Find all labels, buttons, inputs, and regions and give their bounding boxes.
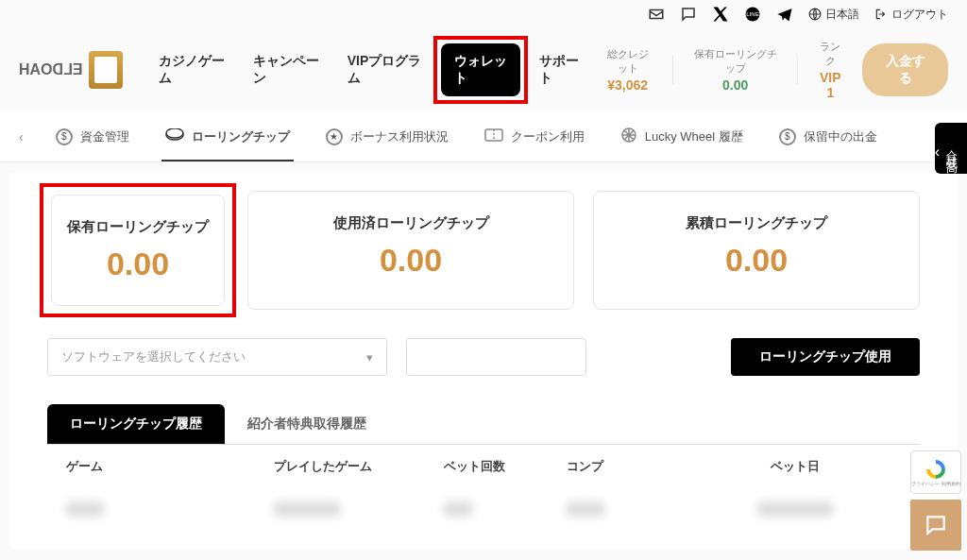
subnav-coupon-label: クーポン利用 <box>511 128 585 145</box>
svg-point-4 <box>166 128 183 138</box>
chip-icon <box>165 128 184 144</box>
recaptcha-badge: プライバシー·利用規約 <box>910 450 961 494</box>
telegram-icon[interactable] <box>776 6 793 23</box>
subnav-pending-label: 保留中の出金 <box>804 128 877 145</box>
coupon-icon <box>484 128 503 144</box>
line-icon[interactable]: LINE <box>744 6 761 23</box>
wheel-icon <box>620 127 637 146</box>
card-held-label: 保有ローリングチップ <box>67 218 209 236</box>
subnav-lucky-label: Lucky Wheel 履歴 <box>645 128 743 145</box>
subnav-bonus-label: ボーナス利用状況 <box>350 128 449 145</box>
logo[interactable]: ELDOAH <box>19 51 123 89</box>
th-played: プレイしたゲーム <box>274 458 444 475</box>
blurred-cell <box>444 501 472 517</box>
stat-rolling-value: 0.00 <box>692 77 778 93</box>
nav-campaign[interactable]: キャンペーン <box>240 43 334 96</box>
blurred-cell <box>567 501 604 517</box>
divider <box>797 56 798 84</box>
subnav-prev-icon[interactable]: ‹ <box>19 129 24 144</box>
stat-credit-label: 総クレジット <box>602 47 653 76</box>
logo-text: ELDOAH <box>19 61 83 78</box>
software-select[interactable]: ソフトウェアを選択してください ▾ <box>47 338 387 376</box>
pending-icon: $ <box>779 128 796 145</box>
card-held: 保有ローリングチップ 0.00 <box>51 195 225 306</box>
card-total-label: 累積ローリングチップ <box>609 214 904 232</box>
blurred-cell <box>757 501 833 517</box>
chat-button[interactable] <box>910 500 961 551</box>
nav-vip[interactable]: VIPプログラム <box>334 43 435 96</box>
table-header: ゲーム プレイしたゲーム ベット回数 コンプ ベット日 <box>47 445 920 488</box>
software-select-placeholder: ソフトウェアを選択してください <box>61 348 246 365</box>
nav-wallet[interactable]: ウォレット <box>441 43 520 96</box>
th-comp: コンプ <box>567 458 689 475</box>
chat-bubble-icon <box>924 513 948 537</box>
card-held-highlight: 保有ローリングチップ 0.00 <box>40 183 236 317</box>
card-used-value: 0.00 <box>263 242 558 279</box>
nav-casino[interactable]: カジノゲーム <box>145 43 240 96</box>
tab-referral[interactable]: 紹介者特典取得履歴 <box>225 404 389 444</box>
mail-icon[interactable] <box>648 6 665 23</box>
stat-rolling-label: 保有ローリングチップ <box>692 47 778 76</box>
x-icon[interactable] <box>712 6 729 23</box>
card-total: 累積ローリングチップ 0.00 <box>593 191 920 310</box>
stat-credit-value: ¥3,062 <box>602 77 653 93</box>
side-tab-label: 合計残高 <box>945 141 959 156</box>
th-bet-date: ベット日 <box>689 458 901 475</box>
subnav-lucky[interactable]: Lucky Wheel 履歴 <box>617 119 747 154</box>
th-game: ゲーム <box>66 458 274 475</box>
balance-side-tab[interactable]: 合計残高 <box>935 123 967 174</box>
subnav-coupon[interactable]: クーポン利用 <box>481 121 588 153</box>
stat-rank-value: VIP 1 <box>817 70 843 100</box>
subnav-rolling[interactable]: ローリングチップ <box>161 121 294 153</box>
subnav-bonus[interactable]: ★ボーナス利用状況 <box>322 121 452 153</box>
language-label: 日本語 <box>825 7 859 23</box>
blurred-cell <box>66 501 104 517</box>
amount-input[interactable] <box>406 338 586 376</box>
divider <box>672 56 673 84</box>
use-rolling-button[interactable]: ローリングチップ使用 <box>731 338 920 376</box>
nav-support[interactable]: サポート <box>526 43 598 96</box>
subnav-rolling-label: ローリングチップ <box>192 128 290 145</box>
card-total-value: 0.00 <box>609 242 904 279</box>
logout-label: ログアウト <box>891 7 948 23</box>
tab-history[interactable]: ローリングチップ履歴 <box>47 404 225 444</box>
subnav-funds[interactable]: $資金管理 <box>52 121 133 153</box>
logout-button[interactable]: ログアウト <box>874 7 948 23</box>
deposit-button[interactable]: 入金する <box>862 43 948 96</box>
language-selector[interactable]: 日本語 <box>808 7 859 23</box>
funds-icon: $ <box>56 128 73 145</box>
bonus-icon: ★ <box>326 128 343 145</box>
card-held-value: 0.00 <box>67 246 209 282</box>
svg-text:LINE: LINE <box>746 11 758 17</box>
chevron-down-icon: ▾ <box>366 350 373 365</box>
nav-wallet-highlight: ウォレット <box>433 36 528 104</box>
stat-credit: 総クレジット ¥3,062 <box>602 47 653 93</box>
logo-badge-icon <box>89 51 123 89</box>
chat-icon[interactable] <box>680 6 697 23</box>
card-used: 使用済ローリングチップ 0.00 <box>247 191 574 310</box>
blurred-cell <box>274 501 340 517</box>
stat-rolling: 保有ローリングチップ 0.00 <box>692 47 778 93</box>
table-row <box>47 488 920 530</box>
subnav-pending[interactable]: $保留中の出金 <box>775 121 881 153</box>
stat-rank-label: ランク <box>817 40 843 68</box>
th-bet-count: ベット回数 <box>444 458 567 475</box>
subnav-funds-label: 資金管理 <box>80 128 129 145</box>
stat-rank: ランク VIP 1 <box>817 40 843 100</box>
card-used-label: 使用済ローリングチップ <box>263 214 558 232</box>
